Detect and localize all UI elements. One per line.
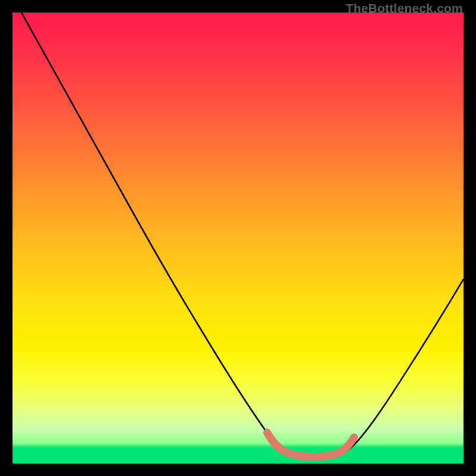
watermark-text: TheBottleneck.com — [346, 1, 463, 15]
optimal-range-marker-path — [267, 433, 354, 457]
optimal-range-start-dot — [264, 429, 271, 437]
chart-svg — [12, 12, 464, 464]
bottleneck-curve-path — [21, 12, 464, 458]
